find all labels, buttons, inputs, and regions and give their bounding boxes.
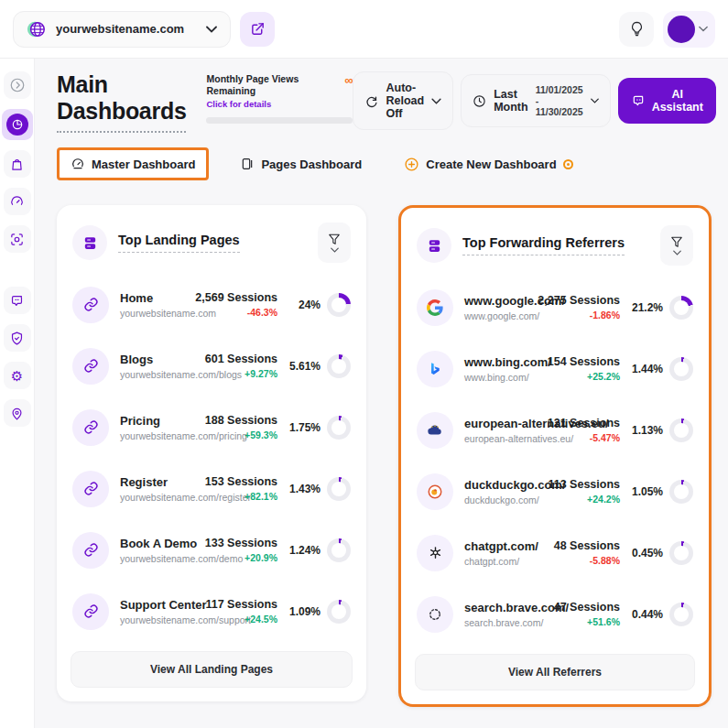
- chevron-down-icon: [431, 98, 441, 104]
- landing-row-blogs[interactable]: Blogs yourwebsitename.com/blogs 601 Sess…: [71, 335, 353, 397]
- ai-assistant-button[interactable]: AI Assistant: [618, 78, 716, 124]
- delta-value: +20.9%: [190, 552, 277, 563]
- landing-row-support-center[interactable]: Support Center yourwebsitename.com/suppo…: [71, 581, 353, 642]
- referrer-name: search.brave.com/: [464, 601, 532, 614]
- account-menu[interactable]: [663, 11, 715, 48]
- page-url: yourwebsitename.com/pricing: [120, 430, 190, 441]
- sidebar-item-collapse[interactable]: [4, 71, 31, 99]
- sidebar-item-security[interactable]: [4, 324, 31, 352]
- sidebar-item-settings[interactable]: ⚙: [4, 362, 31, 389]
- sessions-value: 2,275 Sessions: [532, 294, 620, 307]
- chat-assistant-icon: [631, 93, 646, 108]
- quota-label: Monthly Page Views Remaining: [206, 73, 314, 97]
- share-donut: [669, 603, 693, 626]
- referrer-row-bing[interactable]: www.bing.com/ www.bing.com/ 154 Sessions…: [415, 338, 695, 399]
- referrer-row-google[interactable]: www.google.com/ www.google.com/ 2,275 Se…: [415, 277, 695, 338]
- delta-value: +25.2%: [532, 371, 620, 382]
- site-selector[interactable]: yourwebsitename.com: [13, 11, 231, 48]
- pie-chart-icon: [6, 114, 28, 136]
- share-donut: [669, 357, 693, 381]
- gauge-icon: [71, 157, 85, 171]
- view-all-landing-pages-button[interactable]: View All Landing Pages: [71, 651, 353, 688]
- link-icon: [72, 348, 109, 385]
- site-favicon-globe-icon: [27, 19, 47, 39]
- top-landing-pages-card: Top Landing Pages Home yourwebsitename.c…: [57, 205, 366, 701]
- chevron-down-icon: [206, 26, 217, 33]
- chevron-down-icon: [591, 98, 599, 103]
- tab-pages-dashboard[interactable]: Pages Dashboard: [229, 148, 373, 179]
- sidebar-item-locations[interactable]: [4, 399, 31, 427]
- target-scan-icon: [9, 232, 25, 247]
- brave-search-icon: [417, 596, 453, 633]
- delta-value: -5.47%: [532, 432, 620, 443]
- clock-icon: [473, 94, 486, 108]
- tab-label: Create New Dashboard: [426, 158, 556, 171]
- quota-details-link[interactable]: Click for details: [206, 99, 353, 109]
- top-forwarding-referrers-card: Top Forwarding Referrers: [398, 205, 712, 707]
- page-name: Register: [120, 475, 190, 489]
- card-title: Top Landing Pages: [118, 233, 240, 253]
- gear-icon: ⚙: [11, 369, 23, 383]
- referrer-row-brave-search[interactable]: search.brave.com/ search.brave.com/ 47 S…: [415, 583, 695, 645]
- delta-value: +82.1%: [190, 491, 277, 502]
- share-donut: [327, 600, 351, 624]
- auto-reload-dropdown[interactable]: Auto-Reload Off: [353, 71, 453, 130]
- tab-label: Master Dashboard: [92, 158, 195, 171]
- tab-master-dashboard[interactable]: Master Dashboard: [57, 147, 209, 180]
- tab-create-new-dashboard[interactable]: Create New Dashboard: [393, 148, 583, 180]
- share-donut: [327, 538, 351, 562]
- main-content: Main Dashboards Monthly Page Views Remai…: [35, 59, 728, 728]
- referrer-row-chatgpt[interactable]: chatgpt.com/ chatgpt.com/ 48 Sessions -5…: [415, 522, 695, 583]
- eu-cloud-icon: [417, 412, 453, 449]
- sidebar-item-dashboards[interactable]: [2, 109, 33, 140]
- sessions-value: 133 Sessions: [190, 537, 277, 549]
- landing-row-pricing[interactable]: Pricing yourwebsitename.com/pricing 188 …: [71, 397, 353, 458]
- referrer-row-duckduckgo[interactable]: duckduckgo.com/ duckduckgo.com/ 113 Sess…: [415, 461, 695, 522]
- sidebar-item-messages[interactable]: [4, 287, 31, 314]
- link-icon: [72, 532, 109, 569]
- sessions-value: 48 Sessions: [532, 539, 620, 552]
- sessions-value: 153 Sessions: [190, 475, 277, 488]
- ideas-button[interactable]: [619, 12, 654, 47]
- page-url: yourwebsitename.com/support: [120, 614, 190, 625]
- landing-row-home[interactable]: Home yourwebsitename.com 2,569 Sessions …: [71, 274, 353, 335]
- quota-progress-bar: [206, 117, 353, 124]
- share-percent: 1.43%: [289, 483, 321, 495]
- view-all-referrers-button[interactable]: View All Referrers: [415, 654, 695, 690]
- page-name: Support Center: [120, 598, 190, 612]
- refresh-icon: [364, 94, 378, 108]
- date-range-picker[interactable]: Last Month 11/01/2025 - 11/30/2025: [461, 74, 610, 127]
- auto-reload-label: Auto-Reload Off: [386, 81, 424, 120]
- landing-row-register[interactable]: Register yourwebsitename.com/register 15…: [71, 458, 353, 519]
- referrer-url: chatgpt.com/: [464, 556, 532, 567]
- sidebar-item-commerce[interactable]: [4, 150, 31, 178]
- filter-button[interactable]: [660, 225, 693, 266]
- open-site-button[interactable]: [240, 12, 275, 47]
- ai-assistant-label: AI Assistant: [652, 88, 703, 114]
- sessions-value: 117 Sessions: [190, 598, 277, 611]
- share-donut: [669, 418, 693, 442]
- sidebar-item-goals[interactable]: [4, 225, 31, 253]
- referrer-row-european-alternatives[interactable]: european-alternatives.eu/ european-alter…: [415, 399, 695, 461]
- delta-value: -46.3%: [190, 307, 277, 318]
- landing-row-book-a-demo[interactable]: Book A Demo yourwebsitename.com/demo 133…: [71, 519, 353, 581]
- chatgpt-icon: [417, 535, 453, 571]
- share-donut: [669, 296, 693, 320]
- page-name: Book A Demo: [120, 537, 190, 550]
- referrer-url: www.bing.com/: [464, 372, 532, 383]
- date-range-label: Last Month: [494, 88, 527, 114]
- sidebar-item-speed[interactable]: [4, 188, 31, 215]
- referrer-name: european-alternatives.eu/: [464, 417, 532, 430]
- share-percent: 21.2%: [632, 301, 663, 314]
- delta-value: +9.27%: [190, 368, 277, 379]
- sessions-value: 601 Sessions: [190, 353, 277, 365]
- arrow-circle-icon: [9, 77, 26, 93]
- share-donut: [327, 416, 351, 440]
- lightbulb-icon: [629, 21, 645, 37]
- page-url: yourwebsitename.com/register: [120, 492, 190, 503]
- hint-badge: [563, 159, 573, 169]
- chevron-down-icon: [699, 26, 708, 32]
- filter-button[interactable]: [318, 223, 351, 263]
- link-icon: [72, 593, 109, 630]
- chat-bubble-icon: [9, 293, 25, 309]
